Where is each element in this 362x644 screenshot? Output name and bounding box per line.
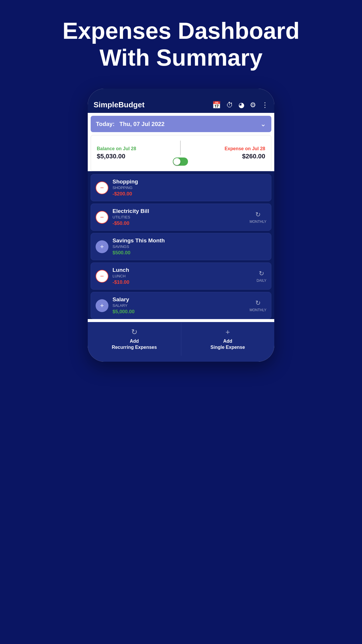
recurring-info: ↻ DAILY (256, 270, 266, 283)
date-label: Today: (96, 121, 115, 127)
minus-icon: − (96, 270, 108, 283)
transaction-amount: -$200.00 (113, 191, 266, 197)
status-bar (88, 89, 274, 97)
transaction-item[interactable]: − Lunch LUNCH -$10.00 ↻ DAILY (91, 262, 271, 290)
phone-frame: SimpleBudget 📅 ⏱ ◕ ⚙ ⋮ Today: Thu, 07 Ju… (88, 89, 274, 362)
balance-card: Balance on Jul 28 $5,030.00 Expense on J… (91, 135, 271, 171)
add-single-button[interactable]: + AddSingle Expense (181, 322, 275, 356)
expense-value: $260.00 (242, 153, 265, 160)
transaction-category: SHOPPING (113, 186, 266, 190)
recurring-icon: ↻ (259, 270, 264, 277)
transaction-info: Shopping SHOPPING -$200.00 (113, 178, 266, 197)
add-recurring-button[interactable]: ↻ AddRecurring Expenses (88, 322, 181, 356)
plus-icon: + (96, 299, 108, 312)
balance-center (173, 141, 188, 166)
recurring-label: MONTHLY (249, 308, 266, 312)
balance-value: $5,030.00 (97, 153, 136, 160)
date-value: Thu, 07 Jul 2022 (120, 121, 165, 127)
transaction-amount: -$10.00 (113, 279, 252, 285)
transaction-item[interactable]: + Savings This Month SAVINGS $500.00 (91, 233, 271, 260)
recurring-label: MONTHLY (249, 220, 266, 224)
transaction-category: SAVINGS (113, 244, 266, 249)
recurring-info: ↻ MONTHLY (249, 299, 266, 312)
transaction-amount: $5,000.00 (113, 309, 245, 315)
transaction-info: Lunch LUNCH -$10.00 (113, 267, 252, 285)
toggle-track[interactable] (173, 158, 188, 166)
settings-icon[interactable]: ⚙ (250, 101, 256, 109)
expense-label: Expense on Jul 28 (224, 146, 265, 151)
transaction-item[interactable]: − Electricity Bill UTILITIES -$50.00 ↻ M… (91, 204, 271, 231)
plus-icon: + (96, 240, 108, 253)
transaction-name: Salary (113, 296, 245, 303)
toggle[interactable] (173, 158, 188, 166)
toggle-thumb (173, 158, 180, 165)
expense-section: Expense on Jul 28 $260.00 (224, 146, 265, 160)
add-recurring-label: AddRecurring Expenses (112, 338, 157, 351)
transaction-item[interactable]: − Shopping SHOPPING -$200.00 (91, 174, 271, 201)
timer-add-icon[interactable]: ⏱ (226, 101, 233, 109)
page-title: Expenses Dashboard With Summary (39, 18, 323, 71)
transaction-name: Electricity Bill (113, 208, 245, 214)
add-single-label: AddSingle Expense (210, 338, 245, 351)
calendar-icon[interactable]: 📅 (212, 101, 221, 109)
balance-label: Balance on Jul 28 (97, 146, 136, 151)
balance-section: Balance on Jul 28 $5,030.00 (97, 146, 136, 160)
transaction-category: SALARY (113, 303, 245, 308)
transaction-name: Shopping (113, 178, 266, 185)
recurring-info: ↻ MONTHLY (249, 211, 266, 224)
bottom-bar: ↻ AddRecurring Expenses + AddSingle Expe… (88, 322, 274, 356)
header-icons: 📅 ⏱ ◕ ⚙ ⋮ (212, 101, 268, 109)
chart-icon[interactable]: ◕ (238, 101, 245, 109)
minus-icon: − (96, 211, 108, 224)
recurring-add-icon: ↻ (131, 328, 138, 337)
transaction-amount: $500.00 (113, 250, 266, 256)
more-icon[interactable]: ⋮ (261, 101, 268, 109)
transaction-info: Electricity Bill UTILITIES -$50.00 (113, 208, 245, 226)
phone-bottom-bar (88, 356, 274, 362)
transaction-list: − Shopping SHOPPING -$200.00 − Electrici… (88, 171, 274, 319)
transaction-name: Savings This Month (113, 237, 266, 244)
transaction-info: Salary SALARY $5,000.00 (113, 296, 245, 315)
chevron-down-icon[interactable]: ⌄ (260, 120, 266, 128)
divider (180, 141, 181, 155)
date-selector[interactable]: Today: Thu, 07 Jul 2022 ⌄ (91, 116, 271, 132)
transaction-info: Savings This Month SAVINGS $500.00 (113, 237, 266, 256)
single-add-icon: + (226, 328, 230, 337)
transaction-item[interactable]: + Salary SALARY $5,000.00 ↻ MONTHLY (91, 292, 271, 319)
recurring-icon: ↻ (255, 299, 261, 307)
recurring-icon: ↻ (255, 211, 261, 218)
transaction-amount: -$50.00 (113, 220, 245, 226)
transaction-category: UTILITIES (113, 215, 245, 219)
date-selector-text: Today: Thu, 07 Jul 2022 (96, 121, 164, 127)
app-title: SimpleBudget (94, 100, 145, 109)
transaction-category: LUNCH (113, 274, 252, 278)
transaction-name: Lunch (113, 267, 252, 273)
recurring-label: DAILY (256, 279, 266, 283)
app-header: SimpleBudget 📅 ⏱ ◕ ⚙ ⋮ (88, 97, 274, 113)
minus-icon: − (96, 181, 108, 194)
